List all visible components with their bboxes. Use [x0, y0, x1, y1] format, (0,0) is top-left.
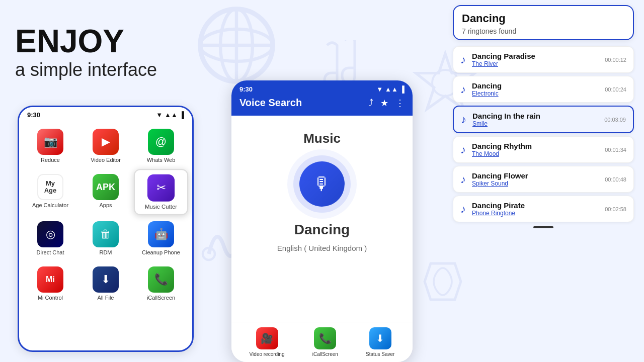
app-item-whats-web[interactable]: @ Whats Web — [135, 125, 187, 167]
ringtone-duration: 00:00:48 — [605, 176, 626, 183]
app-item-all-file[interactable]: ⬇ All File — [79, 262, 132, 305]
ringtone-artist: Electronic — [472, 90, 599, 97]
ringtone-item[interactable]: ♪ Dancing Pirate Phone Ringtone 00:02:58 — [453, 196, 634, 222]
ringtone-duration: 00:00:24 — [605, 86, 626, 93]
ringtone-info: Dancing In the rain Smile — [472, 112, 598, 127]
ringtone-title: Dancing — [472, 81, 599, 90]
mic-button[interactable]: 🎙 — [299, 161, 345, 207]
cleanup-phone-label: Cleanup Phone — [142, 249, 180, 255]
voice-search-body: Music 🎙 Dancing English ( United Kingdom… — [231, 116, 413, 262]
ringtone-info: Dancing Flower Spiker Sound — [472, 171, 599, 187]
ringtone-item[interactable]: ♪ Dancing Flower Spiker Sound 00:00:48 — [453, 166, 634, 193]
ringtone-title: Dancing In the rain — [472, 112, 598, 120]
app-item-apps[interactable]: APK Apps — [79, 170, 132, 214]
mi-control-label: Mi Control — [38, 295, 63, 301]
app-item-direct-chat[interactable]: ◎ Direct Chat — [24, 217, 76, 259]
search-query: Dancing — [462, 12, 625, 25]
music-cutter-icon: ✂ — [147, 174, 175, 202]
ringtone-duration: 00:03:09 — [604, 117, 626, 123]
bottom-app-status-saver[interactable]: ⬇ Status Saver — [366, 327, 394, 357]
app-item-music-cutter[interactable]: ✂ Music Cutter — [134, 169, 188, 215]
ringtone-title: Dancing Flower — [472, 171, 599, 180]
rdm-label: RDM — [99, 249, 112, 255]
reduce-icon: 📷 — [37, 129, 63, 155]
rdm-icon: 🗑 — [93, 221, 119, 247]
whats-web-label: Whats Web — [147, 157, 176, 163]
mi-control-icon: Mi — [37, 266, 63, 293]
ringtone-duration: 00:01:34 — [605, 147, 626, 153]
app-item-reduce[interactable]: 📷 Reduce — [24, 125, 76, 167]
bottom-app-video-recording[interactable]: 🎥 Video recording — [250, 327, 285, 357]
app-item-rdm[interactable]: 🗑 RDM — [79, 217, 132, 259]
time-middle: 9:30 — [239, 85, 253, 93]
header-icons: ⤴ ★ ⋮ — [369, 98, 405, 109]
ringtone-artist: Spiker Sound — [472, 180, 599, 187]
music-cutter-label: Music Cutter — [145, 204, 177, 210]
whats-web-icon: @ — [148, 129, 174, 155]
ringtone-info: Dancing Pirate Phone Ringtone — [472, 201, 599, 217]
app-item-video-editor[interactable]: ▶ Video Editor — [79, 125, 132, 167]
ringtone-artist: Phone Ringtone — [472, 210, 599, 217]
bottom-indicator — [533, 226, 553, 228]
search-header: Dancing 7 ringtones found — [453, 5, 634, 40]
ringtone-artist: Smile — [472, 120, 598, 127]
music-note-icon: ♪ — [461, 113, 466, 126]
ringtone-title: Dancing Rhythm — [472, 142, 599, 150]
direct-chat-label: Direct Chat — [36, 249, 64, 255]
status-bar-left: 9:30 ▼ ▲▲ ▐ — [19, 107, 192, 121]
time-left: 9:30 — [27, 111, 40, 119]
status-saver-icon: ⬇ — [369, 327, 391, 349]
age-calculator-label: Age Calculator — [32, 202, 68, 208]
subtitle: a simple interface — [15, 59, 157, 80]
share-icon[interactable]: ⤴ — [369, 98, 373, 109]
ringtone-item[interactable]: ♪ Dancing In the rain Smile 00:03:09 — [453, 106, 634, 133]
search-count: 7 ringtones found — [462, 27, 625, 35]
app-item-icallscreen[interactable]: 📞 iCallScreen — [135, 262, 187, 305]
bottom-app-icallscreen[interactable]: 📞 iCallScreen — [312, 327, 338, 357]
music-note-icon: ♪ — [460, 83, 466, 96]
music-label: Music — [303, 131, 341, 146]
ringtone-artist: The Mood — [472, 150, 599, 157]
ringtone-title: Dancing Paradise — [472, 52, 599, 60]
ringtone-info: Dancing Electronic — [472, 81, 599, 97]
header-title-row: Voice Search ⤴ ★ ⋮ — [239, 97, 405, 109]
video-editor-icon: ▶ — [93, 129, 119, 155]
phone-bottom-bar: 🎥 Video recording 📞 iCallScreen ⬇ Status… — [231, 322, 413, 362]
wifi-icon: ▼ — [156, 111, 163, 119]
phone-mockup-left: 9:30 ▼ ▲▲ ▐ 📷 Reduce ▶ Video Editor @ Wh… — [18, 106, 194, 352]
enjoy-heading: ENJOY — [15, 25, 157, 57]
ringtone-list: ♪ Dancing Paradise The River 00:00:12 ♪ … — [453, 46, 634, 222]
cleanup-phone-icon: 🤖 — [148, 221, 174, 247]
apps-icon: APK — [93, 174, 119, 200]
app-item-age-calculator[interactable]: MyAge Age Calculator — [24, 170, 76, 214]
app-grid: 📷 Reduce ▶ Video Editor @ Whats Web MyAg… — [19, 121, 192, 309]
reduce-label: Reduce — [41, 157, 60, 163]
voice-search-title: Voice Search — [239, 97, 302, 109]
video-recording-icon: 🎥 — [256, 327, 278, 349]
ringtone-title: Dancing Pirate — [472, 201, 599, 210]
music-note-icon: ♪ — [460, 173, 466, 186]
status-saver-label: Status Saver — [366, 351, 394, 357]
star-icon[interactable]: ★ — [380, 98, 388, 109]
ringtone-info: Dancing Paradise The River — [472, 52, 599, 67]
app-item-mi-control[interactable]: Mi Mi Control — [24, 262, 76, 305]
age-calculator-icon: MyAge — [37, 174, 63, 200]
apps-label: Apps — [99, 202, 112, 208]
battery-icon-middle: ▐ — [400, 85, 405, 93]
ringtone-duration: 00:02:58 — [605, 206, 626, 212]
more-icon[interactable]: ⋮ — [395, 98, 405, 109]
icallscreen2-label: iCallScreen — [312, 351, 338, 357]
music-note-icon: ♪ — [460, 53, 466, 66]
video-recording-label: Video recording — [250, 351, 285, 357]
icallscreen-label: iCallScreen — [147, 295, 175, 301]
signal-icon: ▲▲ — [165, 111, 178, 119]
ringtone-item[interactable]: ♪ Dancing Electronic 00:00:24 — [453, 76, 634, 103]
middle-status-bar: 9:30 ▼ ▲▲ ▐ — [239, 85, 405, 93]
app-item-cleanup-phone[interactable]: 🤖 Cleanup Phone — [135, 217, 187, 259]
dancing-text: Dancing — [294, 222, 350, 238]
icallscreen2-icon: 📞 — [314, 327, 336, 349]
battery-icon: ▐ — [180, 111, 184, 119]
ringtone-item[interactable]: ♪ Dancing Rhythm The Mood 00:01:34 — [453, 136, 634, 163]
ringtone-item[interactable]: ♪ Dancing Paradise The River 00:00:12 — [453, 46, 634, 73]
phone-header-blue: 9:30 ▼ ▲▲ ▐ Voice Search ⤴ ★ ⋮ — [231, 80, 413, 116]
